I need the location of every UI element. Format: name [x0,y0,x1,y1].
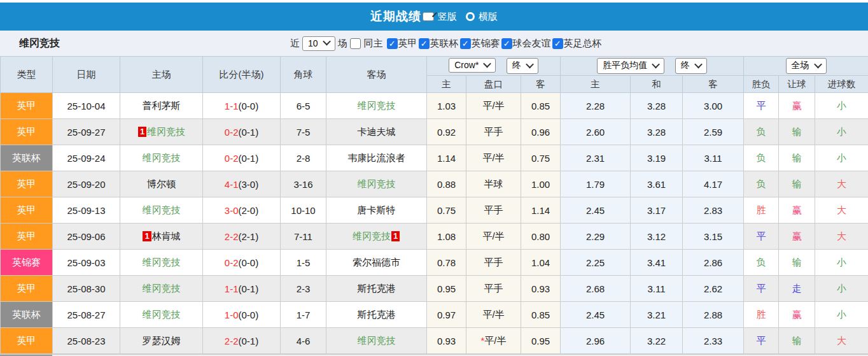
vertical-layout-radio[interactable] [423,12,434,21]
score-cell: 0-2(0-1) [203,145,281,171]
eu-draw-odds-cell: 3.11 [631,276,683,302]
ah-home-odds-cell: 0.92 [427,119,466,145]
date-cell: 25-09-03 [53,250,120,276]
type-badge-cell: 英锦赛 [1,250,53,276]
handicap-cell: *平/半 [466,328,521,354]
league-checkbox-label[interactable]: 球会友谊 [513,38,551,48]
ah-home-odds-cell: 0.97 [427,302,466,328]
away-team-cell: 斯托克港 [326,276,427,302]
league-checkbox-label[interactable]: 英联杯 [430,38,459,48]
eu-away-odds-cell: 2.83 [683,197,744,224]
home-team-name: 维冈竞技 [147,126,185,137]
away-team-name: 韦康比流浪者 [348,152,405,163]
score-cell: 2-2(0-1) [203,328,281,354]
ah-away-odds-cell: 1.04 [521,250,561,276]
handicap-cell: 平手 [466,250,521,276]
eu-away-odds-cell: 2.33 [683,328,744,354]
league-checkbox-1[interactable]: ✓ [419,38,430,49]
games-label: 场 [338,38,347,50]
ah-home-odds-cell: 0.75 [427,197,466,224]
away-team-name: 维冈竞技 [358,178,396,189]
league-checkbox-label[interactable]: 英足总杯 [564,38,602,48]
home-team-name: 维冈竞技 [143,152,181,163]
eu-home-odds-cell: 1.79 [561,171,631,197]
odds-company-select[interactable]: Crow* [449,58,496,73]
league-checkbox-0[interactable]: ✓ [387,38,398,49]
home-team-name: 博尔顿 [147,178,176,189]
eu-draw-odds-cell: 3.28 [631,119,683,145]
league-checkbox-2[interactable]: ✓ [460,38,471,49]
home-team-cell: 维冈竞技 [120,145,203,171]
type-badge-cell: 英甲 [1,224,53,250]
type-badge-cell: 英甲 [1,328,53,354]
full-match-select[interactable]: 全场 [786,58,827,74]
near-label: 近 [290,38,300,50]
subheader-ah-away: 客 [521,76,561,93]
odds-time-select-2[interactable]: 终 [675,58,707,74]
league-checkbox-3[interactable]: ✓ [501,38,512,49]
header-corners: 角球 [281,57,326,93]
table-row: 英甲25-10-04普利茅斯1-1(0-0)6-5维冈竞技1.03平/半0.85… [1,93,868,119]
away-team-name: 斯托克港 [358,309,396,320]
ah-away-odds-cell: 0.95 [521,328,561,354]
eu-away-odds-cell: 2.88 [683,302,744,328]
type-badge-cell: 英甲 [1,93,53,119]
eu-draw-odds-cell: 3.22 [631,328,683,354]
table-row: 英甲25-09-20博尔顿4-1(3-0)3-16维冈竞技0.88半球1.001… [1,171,868,197]
type-badge-cell: 英联杯 [1,302,53,328]
type-badge-cell: 英甲 [1,197,53,224]
date-cell: 25-08-23 [53,328,120,354]
goals-result-cell: 大 [815,328,868,354]
corners-cell: 3-16 [281,171,326,197]
eu-home-odds-cell: 2.45 [561,197,631,224]
eu-away-odds-cell: 4.17 [683,171,744,197]
away-team-cell: 维冈竞技 [326,328,427,354]
away-team-name: 维冈竞技 [358,335,396,346]
home-team-cell: 1维冈竞技 [120,119,203,145]
corners-cell: 1-7 [281,302,326,328]
home-team-name: 普利茅斯 [143,100,181,111]
goals-result-cell: 小 [815,276,868,302]
home-team-cell: 维冈竞技 [120,276,203,302]
table-row: 英联杯25-08-27维冈竞技1-0(0-0)1-7斯托克港0.97平/半0.8… [1,302,868,328]
same-home-checkbox[interactable] [350,38,361,49]
home-team-cell: 维冈竞技 [120,197,203,224]
league-checkbox-label[interactable]: 英甲 [398,38,417,48]
type-badge-cell: 英甲 [1,276,53,302]
league-checkbox-4[interactable]: ✓ [552,38,563,49]
handicap-cell: 平/半 [466,93,521,119]
ah-home-odds-cell: 0.95 [427,276,466,302]
vertical-layout-label[interactable]: 竖版 [438,11,457,23]
goals-result-cell: 小 [815,250,868,276]
home-team-cell: 1林肯城 [120,224,203,250]
away-team-name: 唐卡斯特 [358,204,396,215]
type-badge-cell: 英甲 [1,171,53,197]
horizontal-layout-label[interactable]: 横版 [479,11,498,23]
horizontal-layout-radio[interactable] [466,12,475,21]
match-count-select[interactable]: 10 [302,36,335,51]
corners-cell: 6-5 [281,93,326,119]
eu-home-odds-cell: 2.31 [561,145,631,171]
away-team-name: 维冈竞技 [353,231,391,241]
handicap-result-cell: 赢 [779,93,815,119]
same-home-label[interactable]: 同主 [364,38,383,50]
score-cell: 0-2(0-0) [203,250,281,276]
eu-away-odds-cell: 3.00 [683,93,744,119]
table-row: 英甲25-09-061林肯城2-2(2-1)7-11维冈竞技11.08平/半0.… [1,224,868,250]
subheader-goals: 进球数 [815,76,868,93]
table-row: 英甲25-09-13维冈竞技3-0(2-0)10-10唐卡斯特0.75平手1.1… [1,197,868,224]
away-team-name: 维冈竞技 [358,100,396,111]
ah-away-odds-cell: 0.75 [521,145,561,171]
eu-home-odds-cell: 2.68 [561,276,631,302]
ah-home-odds-cell: 1.14 [427,145,466,171]
eu-away-odds-cell: 3.11 [683,145,744,171]
away-team-name: 斯托克港 [358,283,396,294]
type-badge-cell: 英甲 [1,119,53,145]
result-cell: 平 [744,93,779,119]
odds-time-select-1[interactable]: 终 [507,58,538,74]
eu-draw-odds-cell: 3.19 [631,145,683,171]
league-checkbox-label[interactable]: 英锦赛 [472,38,500,48]
europe-odds-select[interactable]: 胜平负均值 [597,58,664,74]
header-away: 客场 [326,57,427,93]
goals-result-cell: 大 [815,224,868,250]
